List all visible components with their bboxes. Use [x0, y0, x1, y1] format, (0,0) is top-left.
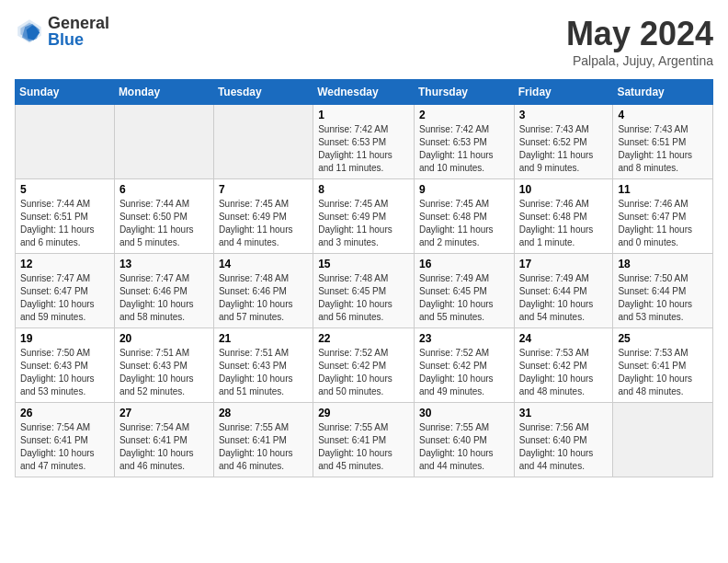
- day-info: Sunrise: 7:49 AMSunset: 6:45 PMDaylight:…: [419, 272, 509, 324]
- calendar-week-5: 26Sunrise: 7:54 AMSunset: 6:41 PMDayligh…: [16, 403, 713, 477]
- calendar-cell: 19Sunrise: 7:50 AMSunset: 6:43 PMDayligh…: [16, 328, 115, 403]
- day-info: Sunrise: 7:52 AMSunset: 6:42 PMDaylight:…: [318, 347, 409, 398]
- day-number: 6: [119, 183, 209, 196]
- day-info: Sunrise: 7:47 AMSunset: 6:47 PMDaylight:…: [20, 272, 109, 324]
- day-number: 31: [519, 407, 609, 419]
- title-block: May 2024 Palpala, Jujuy, Argentina: [566, 15, 713, 68]
- calendar-cell: [114, 105, 213, 179]
- day-info: Sunrise: 7:55 AMSunset: 6:41 PMDaylight:…: [318, 421, 409, 473]
- calendar-cell: 2Sunrise: 7:42 AMSunset: 6:53 PMDaylight…: [414, 105, 514, 179]
- calendar-cell: 20Sunrise: 7:51 AMSunset: 6:43 PMDayligh…: [114, 328, 213, 403]
- day-number: 1: [318, 109, 409, 121]
- calendar-week-2: 5Sunrise: 7:44 AMSunset: 6:51 PMDaylight…: [16, 179, 713, 254]
- col-monday: Monday: [114, 80, 213, 105]
- day-info: Sunrise: 7:50 AMSunset: 6:44 PMDaylight:…: [618, 272, 708, 324]
- day-info: Sunrise: 7:43 AMSunset: 6:51 PMDaylight:…: [618, 123, 708, 175]
- calendar-cell: 9Sunrise: 7:45 AMSunset: 6:48 PMDaylight…: [414, 179, 514, 254]
- day-info: Sunrise: 7:53 AMSunset: 6:41 PMDaylight:…: [618, 347, 708, 398]
- day-number: 20: [119, 332, 209, 345]
- calendar-cell: [213, 105, 313, 179]
- location-subtitle: Palpala, Jujuy, Argentina: [566, 53, 713, 68]
- day-number: 27: [119, 407, 209, 419]
- calendar-cell: 25Sunrise: 7:53 AMSunset: 6:41 PMDayligh…: [613, 328, 713, 403]
- day-info: Sunrise: 7:52 AMSunset: 6:42 PMDaylight:…: [419, 347, 509, 398]
- day-number: 4: [618, 109, 708, 121]
- col-friday: Friday: [514, 80, 613, 105]
- day-info: Sunrise: 7:51 AMSunset: 6:43 PMDaylight:…: [219, 347, 308, 398]
- day-number: 19: [20, 332, 109, 345]
- calendar-cell: 29Sunrise: 7:55 AMSunset: 6:41 PMDayligh…: [313, 403, 415, 477]
- calendar-cell: 31Sunrise: 7:56 AMSunset: 6:40 PMDayligh…: [514, 403, 613, 477]
- calendar-week-3: 12Sunrise: 7:47 AMSunset: 6:47 PMDayligh…: [16, 254, 713, 328]
- calendar-cell: 24Sunrise: 7:53 AMSunset: 6:42 PMDayligh…: [514, 328, 613, 403]
- calendar-cell: 8Sunrise: 7:45 AMSunset: 6:49 PMDaylight…: [313, 179, 415, 254]
- day-number: 23: [419, 332, 509, 345]
- day-info: Sunrise: 7:42 AMSunset: 6:53 PMDaylight:…: [318, 123, 409, 175]
- day-number: 3: [519, 109, 609, 121]
- day-info: Sunrise: 7:45 AMSunset: 6:48 PMDaylight:…: [419, 198, 509, 249]
- calendar-week-4: 19Sunrise: 7:50 AMSunset: 6:43 PMDayligh…: [16, 328, 713, 403]
- day-number: 26: [20, 407, 109, 419]
- day-number: 7: [219, 183, 308, 196]
- day-number: 10: [519, 183, 609, 196]
- calendar-cell: 28Sunrise: 7:55 AMSunset: 6:41 PMDayligh…: [213, 403, 313, 477]
- day-info: Sunrise: 7:55 AMSunset: 6:40 PMDaylight:…: [419, 421, 509, 473]
- day-info: Sunrise: 7:44 AMSunset: 6:50 PMDaylight:…: [119, 198, 209, 249]
- day-number: 28: [219, 407, 308, 419]
- calendar-cell: 15Sunrise: 7:48 AMSunset: 6:45 PMDayligh…: [313, 254, 415, 328]
- month-title: May 2024: [566, 15, 713, 53]
- day-number: 14: [219, 258, 308, 270]
- day-info: Sunrise: 7:44 AMSunset: 6:51 PMDaylight:…: [20, 198, 109, 249]
- day-info: Sunrise: 7:46 AMSunset: 6:48 PMDaylight:…: [519, 198, 609, 249]
- calendar-cell: 21Sunrise: 7:51 AMSunset: 6:43 PMDayligh…: [213, 328, 313, 403]
- calendar-cell: 6Sunrise: 7:44 AMSunset: 6:50 PMDaylight…: [114, 179, 213, 254]
- day-info: Sunrise: 7:48 AMSunset: 6:45 PMDaylight:…: [318, 272, 409, 324]
- calendar-week-1: 1Sunrise: 7:42 AMSunset: 6:53 PMDaylight…: [16, 105, 713, 179]
- day-info: Sunrise: 7:49 AMSunset: 6:44 PMDaylight:…: [519, 272, 609, 324]
- col-tuesday: Tuesday: [213, 80, 313, 105]
- calendar-cell: 26Sunrise: 7:54 AMSunset: 6:41 PMDayligh…: [16, 403, 115, 477]
- header-row: Sunday Monday Tuesday Wednesday Thursday…: [16, 80, 713, 105]
- day-number: 8: [318, 183, 409, 196]
- day-number: 18: [618, 258, 708, 270]
- calendar-cell: 17Sunrise: 7:49 AMSunset: 6:44 PMDayligh…: [514, 254, 613, 328]
- logo: General Blue: [15, 15, 109, 48]
- day-number: 5: [20, 183, 109, 196]
- day-info: Sunrise: 7:47 AMSunset: 6:46 PMDaylight:…: [119, 272, 209, 324]
- calendar-cell: 5Sunrise: 7:44 AMSunset: 6:51 PMDaylight…: [16, 179, 115, 254]
- col-sunday: Sunday: [16, 80, 115, 105]
- day-info: Sunrise: 7:53 AMSunset: 6:42 PMDaylight:…: [519, 347, 609, 398]
- day-number: 21: [219, 332, 308, 345]
- col-wednesday: Wednesday: [313, 80, 415, 105]
- logo-general-text: General: [48, 15, 109, 31]
- day-info: Sunrise: 7:46 AMSunset: 6:47 PMDaylight:…: [618, 198, 708, 249]
- calendar-cell: [613, 403, 713, 477]
- logo-text: General Blue: [48, 15, 109, 48]
- calendar-cell: 1Sunrise: 7:42 AMSunset: 6:53 PMDaylight…: [313, 105, 415, 179]
- calendar-cell: [16, 105, 115, 179]
- logo-icon: [15, 17, 44, 46]
- day-info: Sunrise: 7:55 AMSunset: 6:41 PMDaylight:…: [219, 421, 308, 473]
- day-number: 9: [419, 183, 509, 196]
- day-info: Sunrise: 7:43 AMSunset: 6:52 PMDaylight:…: [519, 123, 609, 175]
- day-info: Sunrise: 7:50 AMSunset: 6:43 PMDaylight:…: [20, 347, 109, 398]
- day-number: 29: [318, 407, 409, 419]
- calendar-cell: 7Sunrise: 7:45 AMSunset: 6:49 PMDaylight…: [213, 179, 313, 254]
- day-number: 16: [419, 258, 509, 270]
- day-number: 15: [318, 258, 409, 270]
- calendar-cell: 30Sunrise: 7:55 AMSunset: 6:40 PMDayligh…: [414, 403, 514, 477]
- day-number: 24: [519, 332, 609, 345]
- day-info: Sunrise: 7:42 AMSunset: 6:53 PMDaylight:…: [419, 123, 509, 175]
- col-thursday: Thursday: [414, 80, 514, 105]
- calendar-cell: 11Sunrise: 7:46 AMSunset: 6:47 PMDayligh…: [613, 179, 713, 254]
- day-number: 30: [419, 407, 509, 419]
- calendar-cell: 4Sunrise: 7:43 AMSunset: 6:51 PMDaylight…: [613, 105, 713, 179]
- col-saturday: Saturday: [613, 80, 713, 105]
- day-info: Sunrise: 7:51 AMSunset: 6:43 PMDaylight:…: [119, 347, 209, 398]
- day-number: 22: [318, 332, 409, 345]
- calendar-cell: 18Sunrise: 7:50 AMSunset: 6:44 PMDayligh…: [613, 254, 713, 328]
- day-info: Sunrise: 7:45 AMSunset: 6:49 PMDaylight:…: [219, 198, 308, 249]
- day-number: 11: [618, 183, 708, 196]
- day-number: 2: [419, 109, 509, 121]
- calendar-cell: 22Sunrise: 7:52 AMSunset: 6:42 PMDayligh…: [313, 328, 415, 403]
